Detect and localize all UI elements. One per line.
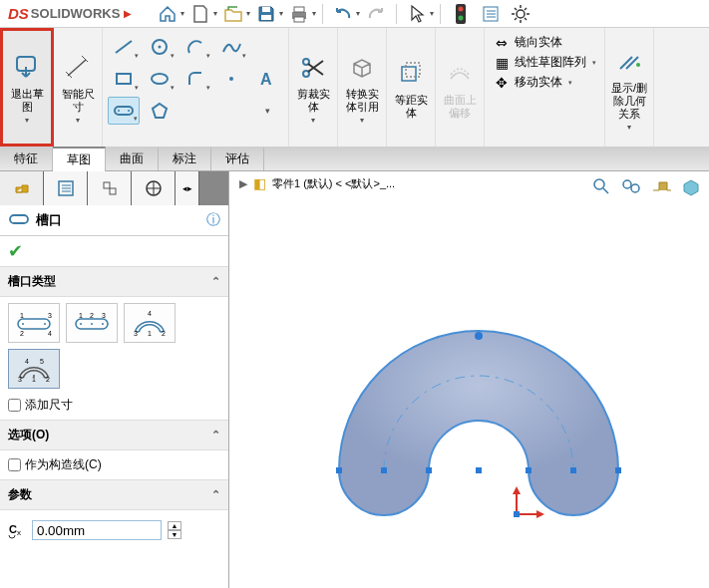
spin-up-button[interactable]: ▲	[168, 521, 181, 530]
text-tool[interactable]: A	[251, 65, 283, 93]
tab-evaluate[interactable]: 评估	[211, 147, 264, 170]
origin-axes-icon	[511, 484, 550, 527]
move-icon: ✥	[493, 75, 511, 91]
select-icon[interactable]	[403, 2, 431, 26]
zoom-area-icon[interactable]	[619, 175, 643, 197]
spin-down-button[interactable]: ▼	[168, 530, 181, 539]
redo-icon[interactable]	[362, 2, 390, 26]
exit-sketch-button[interactable]: 退出草 图 ▾	[0, 28, 54, 147]
svg-point-60	[22, 323, 24, 325]
chevron-up-icon[interactable]: ⌃	[211, 275, 220, 288]
svg-point-83	[623, 180, 631, 188]
svg-line-20	[525, 8, 527, 10]
slot-type-center-arc[interactable]: 34521	[8, 349, 60, 389]
svg-point-33	[118, 110, 120, 112]
brand-menu-arrow[interactable]: ▶	[124, 8, 132, 19]
svg-text:4: 4	[25, 358, 29, 365]
svg-rect-87	[426, 467, 432, 473]
svg-text:3: 3	[102, 312, 106, 319]
svg-line-22	[68, 60, 86, 76]
slot-feature-icon	[8, 212, 30, 229]
chevron-up-icon[interactable]: ⌃	[211, 429, 220, 441]
home-icon[interactable]	[154, 2, 181, 26]
linear-pattern-button[interactable]: ▦ 线性草图阵列 ▾	[493, 54, 596, 71]
panel-tabs-overflow[interactable]: ◂▸	[176, 171, 199, 205]
arc-tool[interactable]: ▾	[179, 33, 211, 61]
print-icon[interactable]	[285, 2, 313, 26]
svg-rect-41	[406, 63, 420, 77]
panel-tab-dim[interactable]	[132, 171, 176, 205]
view-orientation-icon[interactable]	[679, 175, 703, 197]
svg-text:A: A	[260, 71, 272, 88]
svg-text:1: 1	[79, 312, 83, 319]
for-construction-label: 作为构造线(C)	[25, 456, 102, 473]
add-dimension-checkbox[interactable]	[8, 399, 21, 412]
move-entities-button[interactable]: ✥ 移动实体 ▾	[493, 74, 596, 91]
sketch-row-caret[interactable]: ▾	[251, 97, 283, 125]
panel-tab-feature-tree[interactable]	[0, 171, 44, 205]
smart-dimension-button[interactable]: 智能尺 寸 ▾	[54, 28, 103, 147]
trim-entities-button[interactable]: 剪裁实 体 ▾	[289, 28, 338, 147]
svg-point-6	[459, 6, 464, 11]
mirror-entities-button[interactable]: ⇔ 镜向实体	[493, 34, 596, 51]
tab-sketch[interactable]: 草图	[53, 147, 106, 171]
svg-line-25	[116, 41, 132, 53]
svg-rect-3	[294, 7, 304, 12]
slot-type-straight[interactable]: 1324	[8, 303, 60, 343]
cube-convert-icon	[344, 50, 380, 86]
help-icon[interactable]: ⓘ	[206, 211, 220, 229]
svg-text:2: 2	[162, 330, 166, 337]
svg-point-34	[128, 110, 130, 112]
section-options-label: 选项(O)	[8, 427, 49, 443]
document-crumb[interactable]: 零件1 (默认) < <默认>_...	[272, 176, 395, 191]
rectangle-tool[interactable]: ▾	[108, 65, 140, 93]
spline-tool[interactable]: ▾	[215, 33, 247, 61]
section-view-icon[interactable]	[649, 175, 673, 197]
param-cx-icon: Cx	[8, 521, 26, 540]
display-relations-button[interactable]: 显示/删 除几何 关系 ▾	[605, 28, 654, 147]
svg-line-18	[525, 18, 527, 20]
zoom-fit-icon[interactable]	[589, 175, 613, 197]
svg-line-17	[515, 8, 517, 10]
svg-text:1: 1	[148, 330, 152, 337]
section-slot-type-label: 槽口类型	[8, 273, 56, 290]
tab-annotate[interactable]: 标注	[159, 147, 211, 170]
svg-rect-32	[115, 107, 133, 115]
traffic-icon[interactable]	[447, 2, 475, 26]
accept-checkmark[interactable]: ✔	[8, 241, 23, 261]
list-icon[interactable]	[477, 2, 505, 26]
svg-rect-0	[262, 7, 270, 12]
svg-rect-1	[261, 15, 271, 20]
open-icon[interactable]	[219, 2, 247, 26]
panel-tab-property[interactable]	[44, 171, 88, 205]
svg-text:4: 4	[48, 330, 52, 337]
options-gear-icon[interactable]	[507, 2, 534, 26]
tab-surface[interactable]: 曲面	[106, 147, 159, 170]
for-construction-checkbox[interactable]	[8, 458, 21, 471]
polygon-tool[interactable]	[144, 97, 176, 125]
crumb-back-arrow[interactable]: ▶	[239, 177, 247, 190]
slot-type-center-straight[interactable]: 123	[66, 303, 118, 343]
slot-tool[interactable]: ▾	[108, 97, 140, 125]
fillet-tool[interactable]: ▾	[179, 65, 211, 93]
undo-icon[interactable]	[329, 2, 357, 26]
save-icon[interactable]	[252, 2, 280, 26]
svg-point-81	[594, 179, 604, 189]
svg-point-27	[159, 46, 162, 49]
offset-entities-button[interactable]: 等距实 体	[387, 28, 436, 147]
tab-features[interactable]: 特征	[0, 147, 53, 170]
part-cube-icon: ◧	[253, 175, 266, 191]
point-tool[interactable]	[215, 65, 247, 93]
new-icon[interactable]	[186, 2, 214, 26]
panel-tab-config[interactable]	[88, 171, 132, 205]
circle-tool[interactable]: ▾	[144, 33, 176, 61]
surface-offset-button[interactable]: 曲面上 偏移	[436, 28, 485, 147]
ellipse-tool[interactable]: ▾	[144, 65, 176, 93]
param-value-input[interactable]	[32, 520, 162, 540]
convert-entities-button[interactable]: 转换实 体引用 ▾	[338, 28, 387, 147]
line-tool[interactable]: ▾	[108, 33, 140, 61]
svg-rect-97	[514, 511, 520, 517]
svg-text:5: 5	[40, 358, 44, 365]
slot-type-3pt-arc[interactable]: 3421	[124, 303, 176, 343]
chevron-up-icon[interactable]: ⌃	[211, 488, 220, 501]
